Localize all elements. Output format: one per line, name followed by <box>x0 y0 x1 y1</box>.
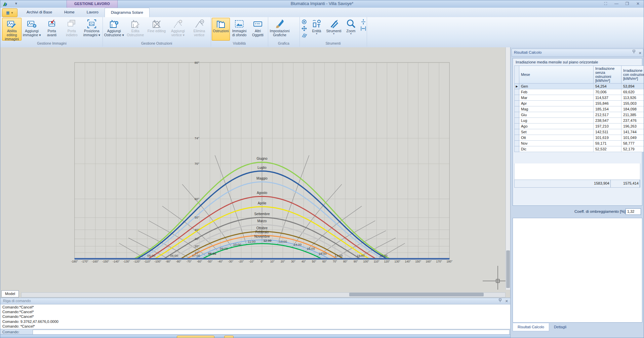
svg-text:50°: 50° <box>195 215 200 219</box>
ribbon-button-altri[interactable]: Altri Oggetti <box>249 18 267 41</box>
svg-text:80°: 80° <box>195 61 200 64</box>
table-row-mag[interactable]: Mag185,154184,098 <box>515 106 644 112</box>
ribbon-button-abilita-editing[interactable]: Abilita editing immagini <box>2 18 22 41</box>
status-button[interactable] <box>224 336 234 338</box>
svg-text:40°: 40° <box>301 260 306 263</box>
svg-text:150°: 150° <box>415 260 421 263</box>
model-tab[interactable]: Model <box>1 290 19 297</box>
command-panel: Riga di comando ✕ Comando:*Cancel*Comand… <box>0 298 510 335</box>
circle-x-icon[interactable] <box>301 19 307 25</box>
svg-text:Aprile: Aprile <box>258 201 267 205</box>
table-row-apr[interactable]: Apr155,846155,003 <box>515 101 644 106</box>
table-row-lug[interactable]: Lug238,547237,476 <box>515 118 644 124</box>
svg-text:-120°: -120° <box>133 260 140 263</box>
svg-text:-90°: -90° <box>166 260 171 263</box>
close-panel-icon[interactable]: ✕ <box>639 50 642 56</box>
table-row-gen[interactable]: ▶Gen54,25453,894 <box>515 84 644 89</box>
vertical-scrollbar-thumb[interactable] <box>506 250 510 288</box>
column-header[interactable]: Mese <box>519 66 594 84</box>
panel-bottom-tabs: Risultati CalcoloDettagli <box>513 323 571 331</box>
horizontal-scrollbar-thumb[interactable] <box>349 293 484 296</box>
irradiation-table[interactable]: MeseIrradiazione senza ostruzioni [kWh/m… <box>514 65 644 152</box>
move-icon[interactable] <box>301 26 307 32</box>
table-row-set[interactable]: Set142,511141,744 <box>515 129 644 135</box>
pin-icon[interactable] <box>498 298 502 302</box>
ribbon-button-label: Abilita editing immagini <box>2 29 21 41</box>
ribbon-button-zoom[interactable]: Zoom▼ <box>343 18 359 41</box>
table-row-mar[interactable]: Mar114,537113,926 <box>515 95 644 101</box>
tab-diagramma-solare[interactable]: Diagramma Solare <box>105 8 150 17</box>
ribbon-button-aggiungi[interactable]: Aggiungi Ostruzione ▾ <box>104 18 124 41</box>
total-con-ostruzioni: 1575,414 <box>611 180 640 187</box>
h-extent-icon[interactable] <box>360 26 366 32</box>
table-row-giu[interactable]: Giu212,517211,385 <box>515 112 644 118</box>
fit-window-button[interactable]: ⛶ <box>603 1 609 6</box>
hatch-icon[interactable] <box>301 32 307 38</box>
tab-archivi-di-base[interactable]: Archivi di Base <box>21 8 58 17</box>
svg-text:0°: 0° <box>260 260 263 263</box>
ribbon-button-porta[interactable]: Porta avanti <box>42 18 62 41</box>
ribbon-button-aggiungi: Aggiungi vertice ▾ <box>167 18 188 41</box>
table-row-feb[interactable]: Feb70,00669,620 <box>515 89 644 95</box>
drawing-canvas[interactable]: 05:0006:0007:0008:0009:0010:0011:0012:00… <box>0 47 510 290</box>
ribbon-button-label: Porta indietro <box>66 29 77 37</box>
svg-text:30°: 30° <box>291 260 295 263</box>
table-row-dic[interactable]: Dic52,53252,179 <box>515 146 644 152</box>
svg-text:-170°: -170° <box>81 260 88 263</box>
tab-lavoro[interactable]: Lavoro <box>81 8 105 17</box>
ribbon-button-impostazioni[interactable]: Impostazioni Grafiche <box>269 18 290 41</box>
restore-button[interactable]: ❐ <box>624 1 630 6</box>
app-menu-button[interactable]: ≣ ▼ <box>2 8 17 17</box>
ribbon-group-label: Gestione Immagini <box>1 41 103 46</box>
ribbon-button-posiziona[interactable]: Posiziona immagini ▾ <box>82 18 102 41</box>
vertical-scrollbar[interactable] <box>506 47 511 290</box>
table-row-ago[interactable]: Ago197,210196,263 <box>515 124 644 129</box>
column-header[interactable]: Irradiazione senza ostruzioni [kWh/m²] <box>594 66 621 84</box>
app-menu-icon: ≣ <box>6 10 10 15</box>
close-button[interactable]: ✕ <box>635 1 641 6</box>
svg-text:Agosto: Agosto <box>257 191 268 195</box>
ribbon-button-entità[interactable]: TEntità▼ <box>308 18 325 41</box>
ribbon-button-label: Ostruzioni <box>213 29 229 33</box>
svg-text:Ottobre: Ottobre <box>256 226 268 230</box>
ribbon-button-strumenti[interactable]: Strumenti▼ <box>325 18 342 41</box>
ribbon-tab-row: ≣ ▼ Archivi di BaseHomeLavoroDiagramma S… <box>0 8 644 17</box>
vertex-add-icon <box>172 19 183 29</box>
ribbon: Abilita editing immaginiAggiungi immagin… <box>0 17 644 48</box>
svg-text:06:00: 06:00 <box>170 254 178 257</box>
minimize-button[interactable]: — <box>613 1 619 6</box>
ribbon-button-ostruzioni[interactable]: Ostruzioni <box>212 18 230 41</box>
svg-text:-80°: -80° <box>176 260 182 263</box>
panel-tab-risultati-calcolo[interactable]: Risultati Calcolo <box>513 323 549 331</box>
ribbon-button-immagini[interactable]: Immagini di sfondo <box>230 18 248 41</box>
svg-text:-130°: -130° <box>123 260 130 263</box>
other-objects-icon <box>252 19 263 29</box>
details-empty-area <box>513 218 642 323</box>
svg-text:90°: 90° <box>354 260 358 263</box>
v-distribute-icon[interactable] <box>360 19 366 25</box>
svg-text:-70°: -70° <box>187 260 192 263</box>
ribbon-group-label: Grafica <box>268 41 299 46</box>
svg-text:120°: 120° <box>384 260 390 263</box>
column-header[interactable]: Irradiazione con ostruzioni [kWh/m²] <box>621 66 644 84</box>
svg-text:11:00: 11:00 <box>248 240 255 243</box>
table-row-nov[interactable]: Nov59,17158,777 <box>515 141 644 146</box>
horizontal-scrollbar[interactable] <box>21 292 506 297</box>
app-window: ▼ GESTIONE LAVORO Blumatica Impianti - V… <box>0 0 644 338</box>
panel-tab-dettagli[interactable]: Dettagli <box>549 323 571 331</box>
ribbon-button-aggiungi[interactable]: Aggiungi immagine ▾ <box>22 18 41 41</box>
ribbon-group-gestione-immagini: Abilita editing immaginiAggiungi immagin… <box>1 17 103 47</box>
totals-row: 1583,904 1575,414 <box>514 180 640 188</box>
status-button[interactable] <box>177 336 214 338</box>
tab-home[interactable]: Home <box>58 8 81 17</box>
svg-text:12:00: 12:00 <box>264 239 272 242</box>
shading-coefficient-row: Coeff. di ombreggiamento [%] 1,32 <box>513 208 642 215</box>
close-panel-icon[interactable]: ✕ <box>505 298 508 304</box>
svg-text:-140°: -140° <box>113 260 120 263</box>
svg-text:13:00: 13:00 <box>279 240 287 243</box>
command-history[interactable]: Comando:*Cancel*Comando:*Cancel*Comando:… <box>0 304 510 329</box>
pin-icon[interactable] <box>632 50 636 54</box>
solar-diagram[interactable]: 05:0006:0007:0008:0009:0010:0011:0012:00… <box>0 47 510 290</box>
svg-text:16:00: 16:00 <box>319 252 327 255</box>
table-row-ott[interactable]: Ott101,619101,049 <box>515 135 644 141</box>
